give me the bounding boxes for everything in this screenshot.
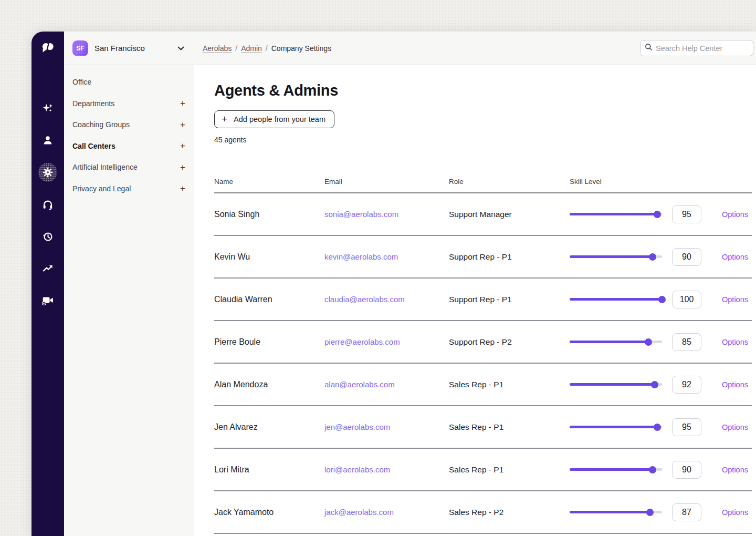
- agent-skill-cell: Options: [570, 376, 752, 394]
- sidebar-item-departments[interactable]: Departments+: [64, 93, 194, 115]
- skill-slider-thumb[interactable]: [649, 466, 656, 473]
- table-row: Kevin Wukevin@aerolabs.comSupport Rep - …: [214, 236, 752, 279]
- agent-skill-cell: Options: [570, 248, 752, 266]
- options-link[interactable]: Options: [722, 423, 748, 431]
- plus-icon[interactable]: +: [180, 163, 185, 172]
- agent-name: Jen Alvarez: [214, 422, 324, 432]
- agent-email-link[interactable]: claudia@aerolabs.com: [324, 295, 405, 304]
- rail-icon-stack: [38, 99, 57, 310]
- sidebar-item-office[interactable]: Office: [64, 71, 194, 93]
- analytics-trending-icon[interactable]: [38, 259, 57, 278]
- sidebar-item-privacy-and-legal[interactable]: Privacy and Legal+: [64, 178, 194, 200]
- agent-name: Jack Yamamoto: [214, 508, 324, 517]
- skill-slider[interactable]: [570, 381, 662, 388]
- agent-email-cell: sonia@aerolabs.com: [324, 210, 449, 219]
- search-input[interactable]: [656, 44, 749, 53]
- plus-icon[interactable]: +: [180, 141, 185, 150]
- skill-value-input[interactable]: [672, 418, 701, 436]
- skill-slider-thumb[interactable]: [658, 296, 666, 303]
- agent-email-link[interactable]: sonia@aerolabs.com: [324, 210, 398, 219]
- agent-email-link[interactable]: kevin@aerolabs.com: [324, 252, 398, 261]
- support-headset-icon[interactable]: [38, 195, 57, 214]
- sidebar-item-call-centers[interactable]: Call Centers+: [64, 136, 194, 157]
- skill-value-input[interactable]: [672, 291, 701, 308]
- breadcrumb-link-aerolabs[interactable]: Aerolabs: [203, 44, 232, 53]
- skill-slider[interactable]: [570, 253, 662, 261]
- agent-name: Lori Mitra: [214, 465, 324, 475]
- skill-slider-thumb[interactable]: [654, 424, 661, 431]
- table-row: Alan Mendozaalan@aerolabs.comSales Rep -…: [214, 364, 752, 406]
- skill-value-input[interactable]: [672, 461, 701, 479]
- chevron-down-icon: [177, 44, 184, 53]
- agent-email-link[interactable]: lori@aerolabs.com: [324, 465, 390, 474]
- options-link[interactable]: Options: [722, 380, 748, 389]
- skill-slider-thumb[interactable]: [651, 381, 658, 388]
- sidebar-item-coaching-groups[interactable]: Coaching Groups+: [64, 114, 194, 136]
- sidebar-item-label: Call Centers: [72, 142, 180, 150]
- page-title: Agents & Admins: [214, 81, 752, 100]
- dialpad-logo[interactable]: [41, 42, 55, 55]
- skill-value-input[interactable]: [672, 248, 701, 266]
- table-row: Jen Alvarezjen@aerolabs.comSales Rep - P…: [214, 406, 752, 449]
- agent-email-cell: kevin@aerolabs.com: [324, 252, 449, 262]
- ai-sparkles-icon[interactable]: [38, 99, 57, 118]
- video-settings-icon[interactable]: [38, 291, 57, 310]
- plus-icon[interactable]: +: [180, 120, 185, 129]
- agent-name: Claudia Warren: [214, 295, 324, 304]
- options-link[interactable]: Options: [722, 210, 748, 219]
- search-icon: [645, 43, 653, 53]
- main-column: Aerolabs / Admin / Company Settings Agen…: [194, 32, 756, 536]
- agent-email-link[interactable]: jen@aerolabs.com: [324, 422, 390, 431]
- contacts-person-icon[interactable]: [38, 131, 57, 150]
- column-header-role: Role: [449, 178, 570, 185]
- sidebar-item-label: Coaching Groups: [72, 120, 180, 129]
- agent-skill-cell: Options: [570, 333, 752, 351]
- skill-slider-fill: [570, 426, 657, 428]
- table-row: Jack Yamamotojack@aerolabs.comSales Rep …: [214, 491, 752, 534]
- breadcrumb: Aerolabs / Admin / Company Settings: [203, 44, 331, 53]
- skill-slider-thumb[interactable]: [649, 253, 656, 261]
- skill-slider-fill: [570, 341, 648, 343]
- options-link[interactable]: Options: [722, 295, 748, 304]
- skill-slider-thumb[interactable]: [654, 211, 661, 218]
- skill-value-input[interactable]: [672, 376, 701, 394]
- agent-email-link[interactable]: pierre@aerolabs.com: [324, 337, 400, 346]
- agent-email-cell: claudia@aerolabs.com: [324, 295, 449, 304]
- sidebar-item-label: Privacy and Legal: [72, 184, 180, 193]
- sidebar-item-artificial-intelligence[interactable]: Artificial Intelligence+: [64, 157, 194, 178]
- skill-slider-thumb[interactable]: [645, 338, 652, 346]
- history-clock-icon[interactable]: [38, 227, 57, 246]
- skill-slider[interactable]: [570, 296, 662, 303]
- skill-value-input[interactable]: [672, 205, 701, 223]
- skill-slider[interactable]: [570, 509, 662, 516]
- agent-name: Pierre Boule: [214, 337, 324, 347]
- agent-role: Sales Rep - P1: [449, 422, 570, 432]
- options-link[interactable]: Options: [722, 466, 748, 474]
- options-link[interactable]: Options: [722, 508, 748, 517]
- add-people-button[interactable]: + Add people from your team: [214, 110, 334, 128]
- settings-gear-icon[interactable]: [38, 163, 57, 182]
- agent-role: Support Manager: [449, 210, 570, 219]
- breadcrumb-separator: /: [235, 44, 237, 53]
- skill-slider[interactable]: [570, 211, 662, 218]
- options-link[interactable]: Options: [722, 338, 748, 346]
- skill-slider-fill: [570, 255, 653, 258]
- agent-email-link[interactable]: alan@aerolabs.com: [324, 380, 395, 389]
- agent-skill-cell: Options: [570, 205, 752, 223]
- agent-email-link[interactable]: jack@aerolabs.com: [324, 508, 394, 517]
- workspace-switcher[interactable]: SF San Francisco: [64, 32, 194, 65]
- workspace-name: San Francisco: [94, 44, 177, 53]
- plus-icon[interactable]: +: [180, 99, 185, 108]
- plus-icon[interactable]: +: [180, 184, 185, 193]
- table-row: Sonia Singhsonia@aerolabs.comSupport Man…: [214, 193, 752, 236]
- skill-value-input[interactable]: [672, 333, 701, 351]
- breadcrumb-link-admin[interactable]: Admin: [241, 44, 262, 53]
- skill-slider[interactable]: [570, 424, 662, 431]
- skill-slider-thumb[interactable]: [646, 509, 654, 516]
- help-search-box[interactable]: [640, 40, 753, 56]
- add-people-label: Add people from your team: [234, 115, 326, 123]
- skill-value-input[interactable]: [672, 503, 701, 521]
- skill-slider[interactable]: [570, 466, 662, 473]
- options-link[interactable]: Options: [722, 253, 748, 261]
- skill-slider[interactable]: [570, 338, 662, 346]
